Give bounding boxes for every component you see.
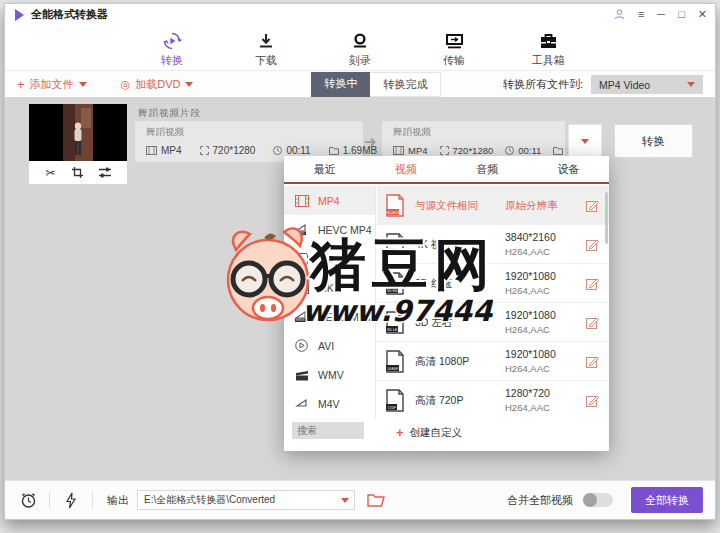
tab-transfer[interactable]: 传输 bbox=[428, 31, 480, 70]
high-speed-icon[interactable] bbox=[60, 492, 82, 509]
tab-burn-label: 刻录 bbox=[349, 53, 371, 68]
download-icon bbox=[257, 31, 275, 51]
tab-converting[interactable]: 转换中 bbox=[311, 72, 370, 97]
preset-resolution: 1280*720 bbox=[505, 387, 550, 399]
output-format-dropdown[interactable]: MP4 Video bbox=[591, 75, 703, 94]
edit-toolbar: ✂ bbox=[29, 161, 127, 184]
format-label: HEVC MKV bbox=[318, 311, 373, 323]
preset-1080p[interactable]: 1080P 高清 1080P 1920*1080 H264,AAC bbox=[377, 342, 609, 381]
format-item-mp4[interactable]: MP4 bbox=[284, 186, 375, 215]
format-item-m4v[interactable]: M4V bbox=[284, 389, 375, 418]
video-thumbnail bbox=[29, 104, 127, 161]
convert-all-to-label: 转换所有文件到: bbox=[503, 77, 583, 92]
format-list: MP4 HEVC HEVC MP4 MOV MKV HEVC HEVC MKV bbox=[284, 186, 376, 419]
chevron-down-icon bbox=[581, 139, 589, 144]
format-item-mkv[interactable]: MKV bbox=[284, 273, 375, 302]
svg-text:4K: 4K bbox=[388, 249, 394, 254]
tab-download-label: 下载 bbox=[255, 53, 277, 68]
preset-4k[interactable]: 4K 4K 视频 3840*2160 H264,AAC bbox=[377, 225, 609, 264]
effects-icon[interactable] bbox=[99, 167, 111, 178]
source-format: MP4 bbox=[161, 145, 182, 156]
format-item-hevc-mkv[interactable]: HEVC HEVC MKV bbox=[284, 302, 375, 331]
convert-row-button[interactable]: 转换 bbox=[614, 124, 693, 158]
edit-icon[interactable] bbox=[586, 199, 599, 212]
target-format-dropdown-button[interactable] bbox=[568, 124, 602, 158]
target-duration: 00:11 bbox=[518, 145, 541, 156]
popup-tabs: 最近 视频 音频 设备 bbox=[284, 156, 609, 184]
format-chooser-popup: 最近 视频 音频 设备 MP4 HEVC HEVC MP4 MOV bbox=[284, 156, 609, 451]
tab-download[interactable]: 下载 bbox=[240, 31, 292, 70]
tab-burn[interactable]: 刻录 bbox=[334, 31, 386, 70]
preset-codec: H264,AAC bbox=[505, 246, 550, 257]
window-title: 全能格式转换器 bbox=[31, 7, 108, 22]
edit-icon[interactable] bbox=[586, 394, 599, 407]
trim-icon[interactable]: ✂ bbox=[45, 167, 55, 179]
preset-resolution: 3840*2160 bbox=[505, 231, 556, 243]
preset-codec: H264,AAC bbox=[505, 363, 550, 374]
maximize-icon[interactable]: □ bbox=[678, 9, 685, 20]
crop-icon[interactable] bbox=[72, 167, 83, 178]
target-format: MP4 bbox=[408, 145, 428, 156]
edit-icon[interactable] bbox=[586, 316, 599, 329]
load-dvd-button[interactable]: ◎ 加载DVD bbox=[121, 77, 194, 92]
duration-icon bbox=[273, 146, 282, 155]
preset-resolution: 原始分辨率 bbox=[505, 199, 558, 213]
plus-icon: + bbox=[17, 77, 25, 92]
popup-tab-audio[interactable]: 音频 bbox=[447, 162, 528, 177]
format-item-avi[interactable]: AVI bbox=[284, 331, 375, 360]
tab-transfer-label: 传输 bbox=[443, 53, 465, 68]
schedule-icon[interactable] bbox=[17, 492, 39, 509]
file-name: 舞蹈视频片段 bbox=[138, 107, 201, 120]
mov-icon bbox=[293, 253, 310, 265]
format-item-hevc-mp4[interactable]: HEVC HEVC MP4 bbox=[284, 215, 375, 244]
arrow-right-icon: ➜ bbox=[364, 133, 377, 151]
popup-tab-recent[interactable]: 最近 bbox=[284, 162, 365, 177]
3d-lr-doc-icon: 3D LR bbox=[385, 311, 405, 334]
tab-finished[interactable]: 转换完成 bbox=[370, 72, 441, 97]
open-folder-icon[interactable] bbox=[365, 493, 387, 507]
preset-720p[interactable]: 720P 高清 720P 1280*720 H264,AAC bbox=[377, 381, 609, 419]
edit-icon[interactable] bbox=[586, 355, 599, 368]
target-title: 舞蹈视频 bbox=[393, 126, 431, 139]
tab-toolbox-label: 工具箱 bbox=[532, 53, 565, 68]
tab-toolbox[interactable]: 工具箱 bbox=[522, 31, 574, 70]
mkv-icon bbox=[293, 282, 310, 294]
format-icon bbox=[393, 146, 404, 155]
4k-doc-icon: 4K bbox=[385, 233, 405, 256]
account-icon[interactable] bbox=[614, 9, 625, 20]
menu-icon[interactable]: ≡ bbox=[638, 9, 644, 20]
preset-resolution: 1920*1080 bbox=[505, 309, 556, 321]
popup-tab-video[interactable]: 视频 bbox=[365, 162, 446, 177]
tab-convert[interactable]: 转换 bbox=[146, 31, 198, 70]
add-file-label: 添加文件 bbox=[30, 77, 74, 92]
format-item-wmv[interactable]: WMV bbox=[284, 360, 375, 389]
preset-3d-anaglyph[interactable]: 3D RB 3D 红蓝 1920*1080 H264,AAC bbox=[377, 264, 609, 303]
close-icon[interactable]: ✕ bbox=[698, 9, 707, 20]
preset-name: 高清 1080P bbox=[415, 355, 469, 369]
source-title: 舞蹈视频 bbox=[146, 126, 184, 139]
svg-text:HEVC: HEVC bbox=[296, 318, 306, 322]
format-icon bbox=[146, 146, 157, 155]
preset-3d-sbs[interactable]: 3D LR 3D 左右 1920*1080 H264,AAC bbox=[377, 303, 609, 342]
preset-name: 高清 720P bbox=[415, 394, 463, 408]
preset-resolution: 1920*1080 bbox=[505, 348, 556, 360]
edit-icon[interactable] bbox=[586, 277, 599, 290]
create-custom-button[interactable]: + 创建自定义 bbox=[396, 425, 462, 440]
minimize-icon[interactable]: ─ bbox=[657, 9, 665, 20]
scrollbar-thumb[interactable] bbox=[605, 192, 608, 244]
search-input[interactable] bbox=[292, 422, 364, 439]
main-nav: 转换 下载 刻录 传输 工具箱 bbox=[5, 25, 715, 71]
popup-tab-device[interactable]: 设备 bbox=[528, 162, 609, 177]
merge-videos-label: 合并全部视频 bbox=[507, 493, 573, 508]
convert-all-button[interactable]: 全部转换 bbox=[631, 487, 703, 513]
preset-same-as-source[interactable]: SOURCE 与源文件相同 原始分辨率 bbox=[377, 186, 609, 225]
merge-videos-toggle[interactable] bbox=[583, 493, 613, 507]
tab-convert-label: 转换 bbox=[161, 53, 183, 68]
edit-icon[interactable] bbox=[586, 238, 599, 251]
output-path-input[interactable] bbox=[137, 490, 355, 510]
preset-name: 与源文件相同 bbox=[415, 199, 478, 213]
format-item-mov[interactable]: MOV bbox=[284, 244, 375, 273]
add-file-button[interactable]: + 添加文件 bbox=[17, 77, 87, 92]
create-custom-label: 创建自定义 bbox=[410, 426, 463, 440]
output-path-dropdown[interactable] bbox=[137, 490, 355, 510]
